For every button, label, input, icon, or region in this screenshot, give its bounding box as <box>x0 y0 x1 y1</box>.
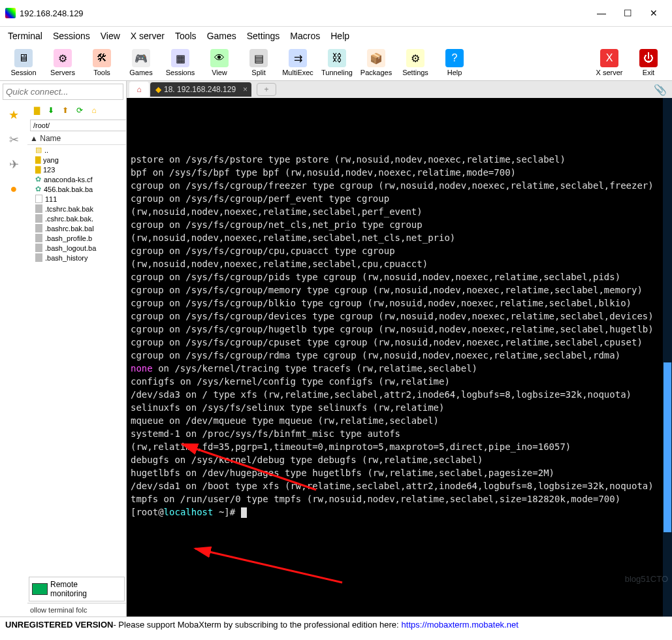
tools-icon: 🛠 <box>93 49 111 67</box>
menu-view[interactable]: View <box>101 31 120 41</box>
file-item[interactable]: ▇yang <box>33 155 126 165</box>
file-item[interactable]: .bash_history <box>33 253 126 263</box>
x server-icon: X <box>600 49 618 67</box>
toolbar-exit[interactable]: ⏻Exit <box>630 48 667 78</box>
folder-icon: ▇ <box>35 165 40 174</box>
terminal-line: /dev/sda3 on / type xfs (rw,relatime,sec… <box>131 388 668 401</box>
toolbar-packages[interactable]: 📦Packages <box>358 48 394 78</box>
toolbar-tunneling[interactable]: ⛓Tunneling <box>319 48 355 78</box>
minimize-button[interactable]: — <box>588 4 615 22</box>
upload-icon[interactable]: ⬆ <box>60 105 71 116</box>
toolbar-x-server[interactable]: XX server <box>591 48 628 78</box>
menu-macros[interactable]: Macros <box>290 31 320 41</box>
tab-add-button[interactable]: + <box>257 83 276 96</box>
toolbar-session[interactable]: 🖥Session <box>5 48 42 78</box>
sidebar-tabs[interactable]: ★ ✂ ✈ ● <box>0 103 27 616</box>
terminal-line: mqueue on /dev/mqueue type mqueue (rw,re… <box>131 414 668 427</box>
file-item[interactable]: 111 <box>33 194 126 204</box>
toolbar-tools[interactable]: 🛠Tools <box>84 48 120 78</box>
globe-icon[interactable]: ● <box>10 182 18 196</box>
sftp-toolbar[interactable]: ▇ ⬇ ⬆ ⟳ ⌂ <box>27 103 126 118</box>
hidden-file-icon <box>35 244 42 252</box>
path-input[interactable] <box>30 120 126 131</box>
window-title: 192.168.248.129 <box>20 8 588 18</box>
terminal-line: none on /sys/kernel/tracing type tracefs… <box>131 362 668 375</box>
menu-games[interactable]: Games <box>207 31 236 41</box>
folder-icon[interactable]: ▇ <box>31 105 42 116</box>
toolbar: 🖥Session⚙Servers🛠Tools🎮Games▦Sessions👁Vi… <box>0 45 672 81</box>
send-icon[interactable]: ✈ <box>9 157 19 172</box>
menu-settings[interactable]: Settings <box>247 31 280 41</box>
follow-terminal-label: ollow terminal folc <box>27 603 126 616</box>
session-icon: ◆ <box>155 85 161 94</box>
hidden-file-icon <box>35 224 42 232</box>
terminal-line: hugetlbfs on /dev/hugepages type hugetlb… <box>131 466 668 479</box>
terminal-line: cgroup on /sys/fs/cgroup/pids type cgrou… <box>131 270 668 283</box>
hidden-file-icon <box>35 204 42 213</box>
terminal-line: selinuxfs on /sys/fs/selinux type selinu… <box>131 401 668 414</box>
terminal-line: cgroup on /sys/fs/cgroup/net_cls,net_pri… <box>131 218 668 244</box>
file-item[interactable]: ✿anaconda-ks.cf <box>33 174 126 184</box>
view-icon: 👁 <box>210 49 229 67</box>
tab-home[interactable]: ⌂ <box>129 82 149 97</box>
maximize-button[interactable]: ☐ <box>615 4 641 22</box>
home-icon[interactable]: ⌂ <box>89 105 99 116</box>
monitor-icon <box>32 583 48 595</box>
terminal-line: cgroup on /sys/fs/cgroup/perf_event type… <box>131 192 668 218</box>
scrollbar-thumb[interactable] <box>664 362 671 532</box>
settings-icon: ⚙ <box>406 49 424 67</box>
toolbar-view[interactable]: 👁View <box>201 48 238 78</box>
tunneling-icon: ⛓ <box>328 49 346 67</box>
toolbar-settings[interactable]: ⚙Settings <box>397 48 434 78</box>
menu-sessions[interactable]: Sessions <box>53 31 90 41</box>
menu-x-server[interactable]: X server <box>131 31 165 41</box>
terminal-line: cgroup on /sys/fs/cgroup/cpu,cpuacct typ… <box>131 244 668 270</box>
hidden-file-icon <box>35 253 42 262</box>
file-list[interactable]: ▧..▇yang▇123✿anaconda-ks.cf✿456.bak.bak.… <box>27 145 126 575</box>
menubar[interactable]: TerminalSessionsViewX serverToolsGamesSe… <box>0 27 672 45</box>
file-item[interactable]: ▇123 <box>33 165 126 174</box>
folder-icon: ▇ <box>35 155 40 164</box>
menu-terminal[interactable]: Terminal <box>8 31 42 41</box>
games-icon: 🎮 <box>132 49 150 67</box>
scrollbar[interactable] <box>663 98 672 616</box>
toolbar-help[interactable]: ?Help <box>436 48 473 78</box>
tab-session[interactable]: ◆ 18. 192.168.248.129 × <box>150 82 251 97</box>
file-item[interactable]: .tcshrc.bak.bak <box>33 204 126 214</box>
name-column-header[interactable]: ▲ Name <box>27 133 126 145</box>
star-icon[interactable]: ★ <box>8 108 19 122</box>
tab-close-icon[interactable]: × <box>243 85 248 94</box>
refresh-icon[interactable]: ⟳ <box>74 105 85 116</box>
file-item[interactable]: .bash_profile.b <box>33 233 126 243</box>
toolbar-split[interactable]: ▤Split <box>240 48 277 78</box>
terminal-line: systemd-1 on /proc/sys/fs/binfmt_misc ty… <box>131 427 668 453</box>
terminal-line: [root@localhost ~]# <box>131 505 668 519</box>
file-item[interactable]: .bash_logout.ba <box>33 243 126 253</box>
tab-bar: ⌂ ◆ 18. 192.168.248.129 × + 📎 <box>127 81 672 98</box>
terminal-line: cgroup on /sys/fs/cgroup/cpuset type cgr… <box>131 336 668 349</box>
packages-icon: 📦 <box>367 49 385 67</box>
close-button[interactable]: ✕ <box>641 4 667 22</box>
terminal-line: cgroup on /sys/fs/cgroup/freezer type cg… <box>131 179 668 192</box>
toolbar-games[interactable]: 🎮Games <box>123 48 159 78</box>
remote-monitoring-button[interactable]: Remotemonitoring <box>29 577 125 601</box>
footer-link[interactable]: https://mobaxterm.mobatek.net <box>402 620 519 630</box>
app-icon <box>5 8 16 18</box>
download-icon[interactable]: ⬇ <box>46 105 56 116</box>
menu-help[interactable]: Help <box>330 31 349 41</box>
exit-icon: ⏻ <box>639 49 658 67</box>
split-icon: ▤ <box>249 49 268 67</box>
toolbar-servers[interactable]: ⚙Servers <box>44 48 81 78</box>
toolbar-multiexec[interactable]: ⇉MultiExec <box>280 48 316 78</box>
toolbar-sessions[interactable]: ▦Sessions <box>162 48 199 78</box>
menu-tools[interactable]: Tools <box>175 31 197 41</box>
file-item[interactable]: ✿456.bak.bak.ba <box>33 184 126 194</box>
file-item[interactable]: ▧.. <box>33 145 126 155</box>
paperclip-icon[interactable]: 📎 <box>654 84 667 96</box>
footer-bar: UNREGISTERED VERSION - Please support Mo… <box>0 616 672 632</box>
scissors-icon[interactable]: ✂ <box>9 133 19 147</box>
file-item[interactable]: .cshrc.bak.bak. <box>33 214 126 223</box>
quick-connect-input[interactable] <box>3 84 123 100</box>
terminal-output[interactable]: pstore on /sys/fs/pstore type pstore (rw… <box>127 98 672 616</box>
file-item[interactable]: .bashrc.bak.bal <box>33 223 126 233</box>
